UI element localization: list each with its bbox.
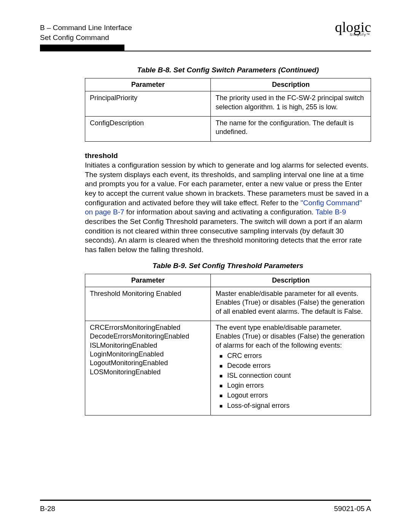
page-header: B – Command Line Interface Set Config Co… bbox=[40, 23, 371, 42]
table-b9-row0-param: Threshold Monitoring Enabled bbox=[85, 287, 211, 321]
page-number: B-28 bbox=[40, 505, 55, 513]
header-text-block: B – Command Line Interface Set Config Co… bbox=[40, 23, 132, 42]
doc-number: 59021-05 A bbox=[334, 505, 371, 513]
param-line: LOSMonitoringEnabled bbox=[90, 368, 206, 377]
header-rule-thin bbox=[124, 51, 371, 51]
param-line: LogoutMonitoringEnabled bbox=[90, 359, 206, 367]
table-b9-head-parameter: Parameter bbox=[85, 274, 211, 287]
row1-desc-text: The event type enable/disable parameter.… bbox=[215, 324, 365, 349]
table-b9-head-description: Description bbox=[211, 274, 371, 287]
brand-logo: qlogic Simplify™ bbox=[335, 20, 371, 37]
table-row: CRCErrorsMonitoringEnabled DecodeErrorsM… bbox=[85, 321, 371, 415]
table-b8-head-parameter: Parameter bbox=[85, 78, 211, 91]
threshold-heading: threshold bbox=[85, 152, 371, 160]
table-b9-caption: Table B-9. Set Config Threshold Paramete… bbox=[85, 262, 371, 270]
threshold-text-2: for information about saving and activat… bbox=[124, 208, 315, 216]
table-b9-link[interactable]: Table B-9 bbox=[315, 208, 346, 216]
bullet-item: Logout errors bbox=[215, 390, 366, 400]
param-line: DecodeErrorsMonitoringEnabled bbox=[90, 332, 206, 341]
bullet-item: Decode errors bbox=[215, 361, 366, 371]
table-b9: Parameter Description Threshold Monitori… bbox=[85, 274, 371, 415]
threshold-paragraph: Initiates a configuration session by whi… bbox=[85, 161, 371, 255]
bullet-item: Loss-of-signal errors bbox=[215, 401, 366, 411]
table-row: PrincipalPriority The priority used in t… bbox=[85, 91, 371, 117]
header-rule-thick bbox=[40, 45, 124, 51]
bullet-item: CRC errors bbox=[215, 351, 366, 361]
table-row: ConfigDescription The name for the confi… bbox=[85, 117, 371, 142]
table-b8-caption: Table B-8. Set Config Switch Parameters … bbox=[85, 66, 371, 74]
header-line-2: Set Config Command bbox=[40, 33, 132, 43]
table-b9-row0-desc: Master enable/disable parameter for all … bbox=[211, 287, 371, 321]
param-line: Threshold Monitoring Enabled bbox=[90, 289, 206, 298]
table-b8-row0-param: PrincipalPriority bbox=[85, 91, 211, 117]
param-line: LoginMonitoringEnabled bbox=[90, 350, 206, 359]
page-footer: B-28 59021-05 A bbox=[40, 500, 371, 513]
footer-rule bbox=[40, 500, 371, 501]
param-line: ISLMonitoringEnabled bbox=[90, 341, 206, 350]
bullet-item: ISL connection count bbox=[215, 371, 366, 380]
param-line: CRCErrorsMonitoringEnabled bbox=[90, 323, 206, 332]
logo-script-text: qlogic bbox=[335, 20, 371, 34]
table-b8-row1-param: ConfigDescription bbox=[85, 117, 211, 142]
table-b9-row1-param: CRCErrorsMonitoringEnabled DecodeErrorsM… bbox=[85, 321, 211, 415]
header-rule bbox=[40, 45, 371, 51]
table-b9-row1-desc: The event type enable/disable parameter.… bbox=[211, 321, 371, 415]
table-b8: Parameter Description PrincipalPriority … bbox=[85, 78, 371, 142]
threshold-text-3: describes the Set Config Threshold param… bbox=[85, 217, 362, 254]
event-bullet-list: CRC errors Decode errors ISL connection … bbox=[215, 351, 366, 411]
table-b8-row0-desc: The priority used in the FC-SW-2 princip… bbox=[211, 91, 371, 117]
bullet-item: Login errors bbox=[215, 380, 366, 390]
header-line-1: B – Command Line Interface bbox=[40, 23, 132, 33]
table-row: Threshold Monitoring Enabled Master enab… bbox=[85, 287, 371, 321]
table-b8-head-description: Description bbox=[211, 78, 371, 91]
table-b8-row1-desc: The name for the configuration. The defa… bbox=[211, 117, 371, 142]
